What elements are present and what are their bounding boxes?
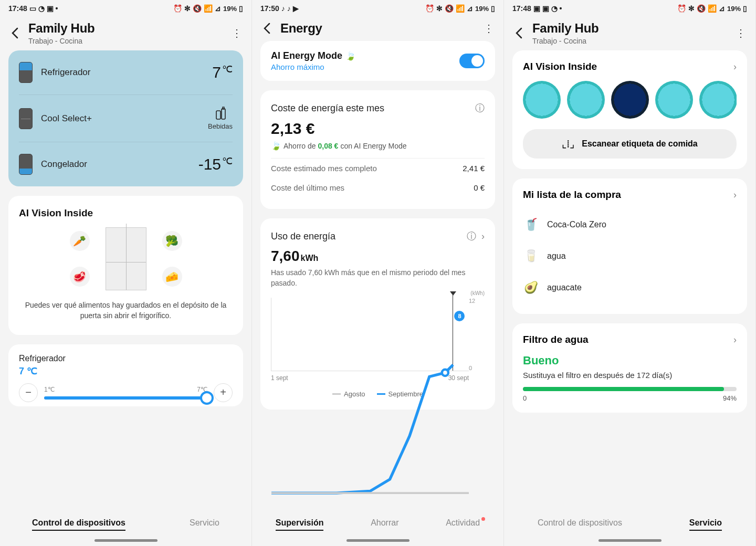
filter-progress (523, 387, 737, 391)
page-title: Energy (280, 21, 475, 36)
svg-rect-0 (216, 111, 220, 119)
battery-icon: ▯ (239, 4, 243, 13)
vision-thumb[interactable] (523, 81, 561, 119)
filter-desc: Sustituya el filtro en después de 172 dí… (523, 371, 737, 380)
usage-chart: (kWh) 120 8 1 sept30 sept (271, 298, 485, 387)
back-button[interactable] (512, 27, 525, 39)
tab-actividad[interactable]: Actividad (446, 518, 480, 531)
refrigerator-temp: 7℃ (212, 64, 233, 81)
status-time: 17:50 (260, 4, 279, 13)
screen-family-hub-control: 17:48 ▭ ◔ ▣ • ⏰ ✻ 🔇 📶 ⊿19%▯ Family Hub T… (0, 0, 252, 546)
info-icon[interactable]: ⓘ (467, 230, 476, 243)
status-icons-left: ▭ ◔ ▣ • (29, 4, 58, 13)
freezer-temp: -15℃ (198, 155, 233, 173)
battery-icon: ▯ (743, 4, 747, 13)
chevron-right-icon[interactable]: › (733, 334, 737, 345)
barcode-scan-icon: ⌞⁞⌟ (562, 138, 574, 150)
vision-thumbnails[interactable] (523, 81, 737, 119)
notification-dot-icon (481, 517, 485, 521)
shopping-list-card[interactable]: Mi lista de la compra › 🥤Coca-Cola Zero … (512, 178, 747, 314)
status-icons-left: ▣ ▣ ◔ • (533, 4, 562, 13)
refrigerator-row[interactable]: Refrigerador 7℃ (19, 50, 233, 95)
y-min: 0 (469, 365, 472, 371)
cheese-icon: 🧀 (162, 267, 182, 287)
tab-ahorrar[interactable]: Ahorrar (371, 518, 398, 531)
app-bar: Energy ⋮ (252, 15, 503, 41)
coolselect-row[interactable]: Cool Select+ Bebidas (19, 95, 233, 142)
ai-energy-sub: Ahorro máximo (271, 62, 459, 71)
list-item[interactable]: 🥤Coca-Cola Zero (523, 209, 737, 240)
coke-icon: 🥤 (523, 214, 539, 235)
status-icons-right: ⏰ ✻ 🔇 📶 ⊿ (425, 4, 473, 13)
more-menu-button[interactable]: ⋮ (482, 22, 495, 35)
ai-vision-title: AI Vision Inside (523, 61, 733, 72)
status-bar: 17:48 ▣ ▣ ◔ • ⏰ ✻ 🔇 📶 ⊿19%▯ (504, 0, 755, 15)
home-indicator[interactable] (346, 539, 410, 542)
cost-lastmonth-row: Coste del último mes0 € (271, 178, 485, 197)
vision-thumb[interactable] (655, 81, 693, 119)
broccoli-icon: 🥦 (162, 231, 182, 251)
freezer-row[interactable]: Congelador -15℃ (19, 142, 233, 186)
temp-increase-button[interactable]: + (214, 383, 233, 402)
tab-service[interactable]: Servicio (190, 518, 219, 531)
battery-icon: ▯ (491, 4, 495, 13)
tab-service[interactable]: Servicio (689, 518, 722, 531)
leaf-icon: 🍃 (345, 51, 356, 61)
temp-decrease-button[interactable]: − (19, 383, 38, 402)
cost-title: Coste de energía este mes (271, 103, 470, 114)
temp-control-value: 7 ℃ (19, 365, 233, 377)
water-filter-card[interactable]: Filtro de agua › Bueno Sustituya el filt… (512, 323, 747, 413)
slider-min: 1℃ (44, 386, 55, 393)
more-menu-button[interactable]: ⋮ (734, 27, 747, 39)
fridge-illustration-icon (106, 227, 146, 290)
info-icon[interactable]: ⓘ (475, 102, 485, 114)
list-item[interactable]: 🥛agua (523, 240, 737, 272)
more-menu-button[interactable]: ⋮ (230, 27, 243, 39)
back-button[interactable] (8, 27, 21, 39)
x-start: 1 sept (271, 374, 288, 382)
home-indicator[interactable] (94, 539, 158, 542)
filter-min: 0 (523, 394, 527, 402)
filter-pct: 94% (723, 394, 737, 402)
energy-usage-card[interactable]: Uso de energía ⓘ › 7,60kWh Has usado 7,6… (260, 218, 495, 410)
ai-vision-card[interactable]: AI Vision Inside 🥕🥩 🥦🧀 Puedes ver qué al… (8, 196, 243, 335)
temp-slider[interactable]: 1℃7℃ (44, 386, 207, 400)
tab-device-control[interactable]: Control de dispositivos (32, 518, 125, 531)
usage-desc: Has usado 7,60 kWh más que en el mismo p… (271, 268, 485, 288)
vision-thumb[interactable] (699, 81, 737, 119)
home-indicator[interactable] (598, 539, 662, 542)
tab-supervision[interactable]: Supervisión (276, 518, 324, 531)
chevron-right-icon[interactable]: › (481, 231, 485, 242)
ai-energy-toggle[interactable] (459, 54, 485, 68)
temp-control-name: Refrigerador (19, 354, 233, 363)
cost-estimate-row: Coste estimado mes completo2,41 € (271, 159, 485, 178)
carrot-icon: 🥕 (70, 231, 90, 251)
tab-device-control[interactable]: Control de dispositivos (538, 518, 622, 531)
battery-pct: 19% (475, 5, 489, 13)
scan-label-button[interactable]: ⌞⁞⌟ Escanear etiqueta de comida (523, 129, 737, 159)
compartments-card[interactable]: Refrigerador 7℃ Cool Select+ Bebidas Con… (8, 50, 243, 186)
vision-thumb[interactable] (567, 81, 605, 119)
ai-vision-inside-card: AI Vision Inside › ⌞⁞⌟ Escanear etiqueta… (512, 50, 747, 169)
slider-thumb[interactable] (200, 391, 214, 405)
vision-thumb[interactable] (611, 81, 649, 119)
status-icons-left: ♪ ♪ ▶ (281, 4, 299, 13)
chevron-right-icon[interactable]: › (733, 190, 737, 201)
status-bar: 17:50 ♪ ♪ ▶ ⏰ ✻ 🔇 📶 ⊿19%▯ (252, 0, 503, 15)
list-item[interactable]: 🥑aguacate (523, 272, 737, 303)
back-button[interactable] (260, 22, 273, 35)
energy-cost-card[interactable]: Coste de energía este mes ⓘ 2,13 € 🍃Ahor… (260, 90, 495, 209)
refrigerator-icon (19, 62, 33, 83)
status-icons-right: ⏰ ✻ 🔇 📶 ⊿ (173, 4, 221, 13)
ai-vision-desc: Puedes ver qué alimentos hay guardados e… (19, 300, 233, 321)
beverage-icon (213, 107, 228, 121)
bottom-tabs: Supervisión Ahorrar Actividad (252, 511, 503, 536)
shopping-list-title: Mi lista de la compra (523, 189, 733, 201)
app-bar: Family Hub Trabajo - Cocina ⋮ (504, 15, 755, 50)
cost-saving: 🍃Ahorro de 0,08 € con AI Energy Mode (271, 141, 485, 151)
ai-vision-title: AI Vision Inside (19, 207, 233, 219)
meat-icon: 🥩 (70, 267, 90, 287)
ai-energy-mode-card[interactable]: AI Energy Mode🍃 Ahorro máximo (260, 41, 495, 81)
chevron-right-icon[interactable]: › (733, 61, 737, 72)
leaf-icon: 🍃 (271, 141, 281, 151)
